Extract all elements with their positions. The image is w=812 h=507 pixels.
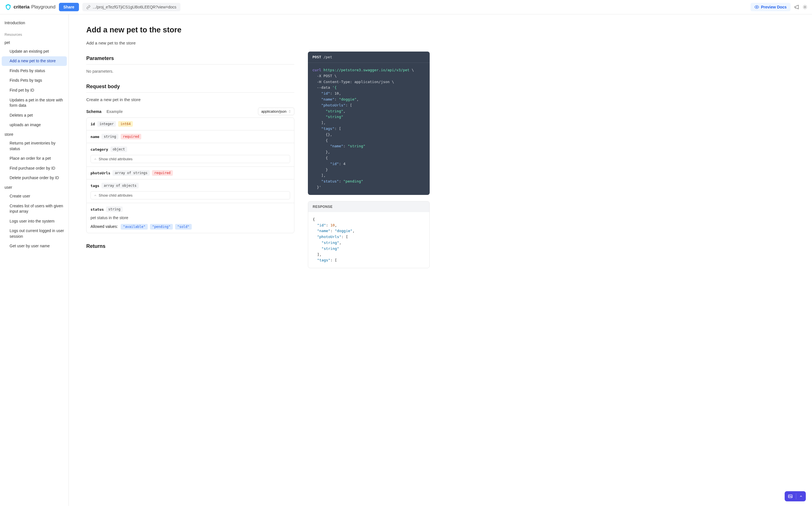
request-header: POST /pet <box>308 52 430 63</box>
brand-suffix: Playground <box>31 4 56 10</box>
widget-main-icon[interactable] <box>784 491 796 501</box>
preview-label: Preview Docs <box>761 5 786 9</box>
share-button[interactable]: Share <box>59 3 79 11</box>
toggle-label: Show child attributes <box>99 157 133 161</box>
response-body[interactable]: { "id": 10, "name": "doggie", "photoUrls… <box>308 212 429 268</box>
field-id: id integer int64 <box>87 118 294 130</box>
field-name-label: photoUrls <box>91 171 110 175</box>
brand-logo[interactable]: criteria Playground <box>4 3 56 11</box>
nav-item[interactable]: Creates list of users with given input a… <box>2 202 67 216</box>
nav-item[interactable]: Updates a pet in the store with form dat… <box>2 96 67 110</box>
url-text: .../proj_eTezfGTjiCS1gUBo6LEEQR?view=doc… <box>93 5 176 9</box>
field-status: status string pet status in the store Al… <box>87 203 294 233</box>
tab-example[interactable]: Example <box>107 108 123 115</box>
tab-schema[interactable]: Schema <box>86 108 101 115</box>
show-children-toggle[interactable]: Show child attributes <box>91 191 290 200</box>
page-title: Add a new pet to the store <box>86 25 294 34</box>
announcement-icon[interactable] <box>794 4 799 10</box>
nav-item[interactable]: Finds Pets by tags <box>2 76 67 86</box>
preview-docs-button[interactable]: Preview Docs <box>751 3 791 11</box>
show-children-toggle[interactable]: Show child attributes <box>91 155 290 163</box>
nav-group-store[interactable]: store <box>2 130 67 138</box>
content-type-value: application/json <box>261 109 287 114</box>
chevron-up-icon <box>799 495 803 498</box>
request-body-description: Create a new pet in the store <box>86 97 294 102</box>
nav-item[interactable]: Logs out current logged in user session <box>2 226 67 241</box>
field-category: category object Show child attributes <box>87 143 294 167</box>
enum-value: "sold" <box>175 224 192 230</box>
nav-item[interactable]: Add a new pet to the store <box>2 56 67 66</box>
nav-item[interactable]: Find purchase order by ID <box>2 164 67 173</box>
field-name-label: status <box>91 207 104 212</box>
nav-item[interactable]: uploads an image <box>2 120 67 130</box>
curl-code[interactable]: curl https://petstore3.swagger.io/api/v3… <box>308 63 430 195</box>
nav-item[interactable]: Get user by user name <box>2 241 67 251</box>
field-name-label: category <box>91 147 108 152</box>
content-type-selector[interactable]: application/json <box>258 108 294 115</box>
type-badge: string <box>101 134 118 139</box>
code-panel: POST /pet curl https://petstore3.swagger… <box>308 14 443 506</box>
nav-group-pet[interactable]: pet <box>2 38 67 47</box>
http-method: POST <box>312 55 321 59</box>
nav-item[interactable]: Place an order for a pet <box>2 154 67 163</box>
type-badge: string <box>106 207 123 212</box>
allowed-values-row: Allowed values: "available" "pending" "s… <box>91 224 290 230</box>
schema-fields: id integer int64 name string required ca… <box>86 117 294 233</box>
chevron-up-icon <box>94 158 97 161</box>
field-description: pet status in the store <box>91 216 290 220</box>
no-parameters-text: No parameters. <box>86 69 294 73</box>
chevron-up-down-icon <box>288 110 291 113</box>
field-name-label: tags <box>91 184 99 188</box>
nav-item[interactable]: Update an existing pet <box>2 47 67 56</box>
required-badge: required <box>121 134 142 139</box>
enum-value: "available" <box>121 224 147 230</box>
brand-icon <box>4 3 12 11</box>
nav-item[interactable]: Create user <box>2 191 67 201</box>
eye-icon <box>755 5 759 9</box>
request-body-heading: Request body <box>86 83 294 93</box>
request-code-card: POST /pet curl https://petstore3.swagger… <box>308 52 430 195</box>
widget-collapse[interactable] <box>796 492 806 501</box>
nav-item[interactable]: Deletes a pet <box>2 111 67 120</box>
nav-item[interactable]: Logs user into the system <box>2 217 67 226</box>
nav-item[interactable]: Find pet by ID <box>2 86 67 95</box>
nav-item[interactable]: Returns pet inventories by status <box>2 138 67 154</box>
parameters-heading: Parameters <box>86 55 294 64</box>
response-header: RESPONSE <box>308 202 429 212</box>
floating-action-widget[interactable] <box>784 491 806 501</box>
allowed-label-text: Allowed values: <box>91 224 118 229</box>
brand-name: criteria <box>13 4 30 10</box>
svg-point-0 <box>756 6 757 8</box>
type-badge: integer <box>97 121 116 127</box>
schema-tab-row: Schema Example application/json <box>86 108 294 115</box>
request-path: /pet <box>323 55 332 59</box>
nav-item[interactable]: Delete purchase order by ID <box>2 173 67 183</box>
response-card: RESPONSE { "id": 10, "name": "doggie", "… <box>308 201 430 268</box>
field-photourls: photoUrls array of strings required <box>87 167 294 179</box>
type-badge: array of objects <box>101 183 139 188</box>
type-badge: array of strings <box>112 170 150 176</box>
nav-section-resources: Resources <box>2 29 67 38</box>
enum-value: "pending" <box>150 224 173 230</box>
format-badge: int64 <box>118 121 133 127</box>
required-badge: required <box>152 170 173 176</box>
field-name-label: name <box>91 135 99 139</box>
theme-toggle-icon[interactable] <box>802 4 808 10</box>
svg-point-1 <box>804 6 806 8</box>
chevron-up-icon <box>94 194 97 197</box>
url-display[interactable]: .../proj_eTezfGTjiCS1gUBo6LEEQR?view=doc… <box>82 3 181 11</box>
link-icon <box>86 5 91 9</box>
nav-item[interactable]: Finds Pets by status <box>2 66 67 76</box>
field-tags: tags array of objects Show child attribu… <box>87 179 294 203</box>
field-name-label: id <box>91 122 95 126</box>
nav-introduction[interactable]: Introduction <box>2 18 67 28</box>
nav-group-user[interactable]: user <box>2 183 67 191</box>
page-description: Add a new pet to the store <box>86 41 294 45</box>
returns-heading: Returns <box>86 243 294 252</box>
top-header: criteria Playground Share .../proj_eTezf… <box>0 0 812 14</box>
sidebar-nav: Introduction Resources petUpdate an exis… <box>0 14 69 506</box>
type-badge: object <box>110 147 127 152</box>
image-icon <box>788 494 793 499</box>
main-content: Add a new pet to the store Add a new pet… <box>69 14 308 506</box>
toggle-label: Show child attributes <box>99 193 133 198</box>
